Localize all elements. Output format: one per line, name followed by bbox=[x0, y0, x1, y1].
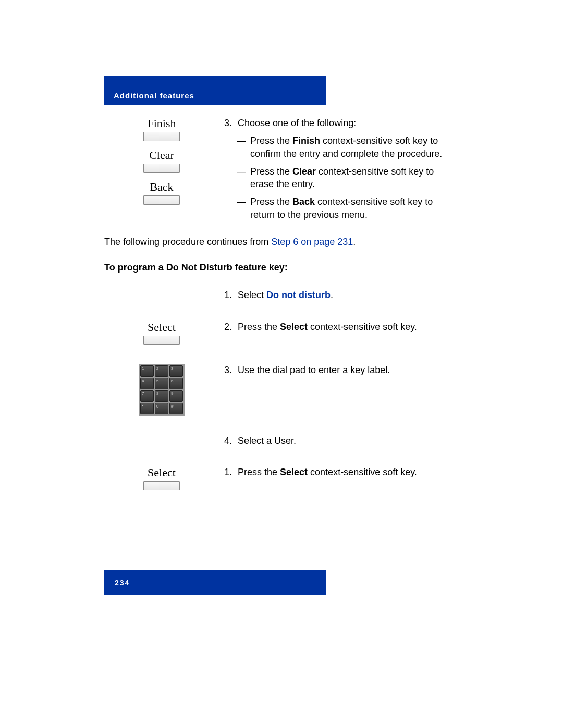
step-3-number: 3. bbox=[224, 117, 238, 129]
dialkey[interactable]: 5 bbox=[155, 378, 168, 389]
continue-paragraph: The following procedure continues from S… bbox=[104, 236, 459, 249]
step-3-text: 3. Choose one of the following: — Press … bbox=[219, 117, 459, 221]
dialkey[interactable]: * bbox=[140, 403, 154, 414]
select-label: Select bbox=[148, 320, 176, 334]
dnd-heading: To program a Do Not Disturb feature key: bbox=[104, 262, 459, 273]
dnd-step-2-text: 2. Press the Select context-sensitive so… bbox=[219, 320, 459, 333]
back-button[interactable] bbox=[143, 195, 180, 205]
option-1-text: Press the Finish context-sensitive soft … bbox=[250, 134, 459, 160]
step-6-link[interactable]: Step 6 on page 231 bbox=[271, 237, 353, 247]
footer-bar: 234 bbox=[104, 570, 326, 595]
dialkey[interactable]: 4 bbox=[140, 378, 154, 389]
dialkey[interactable]: 8 bbox=[155, 390, 168, 402]
finish-keyword: Finish bbox=[292, 135, 320, 146]
dnd-step-4: 4. Select a User. bbox=[104, 435, 459, 447]
select-keyword: Select bbox=[280, 322, 308, 332]
finish-softkey: Finish bbox=[143, 117, 180, 141]
step-3-row: Finish Clear Back 3. Choose on bbox=[104, 117, 459, 221]
option-2-text: Press the Clear context-sensitive soft k… bbox=[250, 165, 459, 191]
dnd-step-5: Select 1. Press the Select context-sensi… bbox=[104, 466, 459, 490]
step-3-intro: 3. Choose one of the following: bbox=[224, 117, 459, 129]
dnd-step-1: 1. Select Do not disturb. bbox=[104, 289, 459, 301]
clear-keyword: Clear bbox=[292, 166, 316, 177]
dialpad-icon: 1 2 3 4 5 6 7 8 9 * 0 # bbox=[139, 364, 185, 416]
dialkey[interactable]: 7 bbox=[140, 390, 154, 402]
dash-icon: — bbox=[237, 134, 250, 160]
dash-icon: — bbox=[237, 165, 250, 191]
step-number: 2. bbox=[224, 320, 238, 333]
header-title: Additional features bbox=[114, 91, 194, 100]
dialkey[interactable]: 0 bbox=[155, 403, 168, 414]
dialpad-col: 1 2 3 4 5 6 7 8 9 * 0 # bbox=[104, 364, 219, 416]
step-3-option-2: — Press the Clear context-sensitive soft… bbox=[224, 165, 459, 191]
dnd-step-1-text: 1. Select Do not disturb. bbox=[219, 289, 459, 301]
page-content: Additional features Finish Clear Back bbox=[104, 76, 459, 509]
select-button[interactable] bbox=[143, 336, 180, 345]
select-softkey-col-2: Select bbox=[104, 466, 219, 490]
dnd-step-5-text: 1. Press the Select context-sensitive so… bbox=[219, 466, 459, 478]
step-3-intro-text: Choose one of the following: bbox=[238, 117, 356, 129]
back-keyword: Back bbox=[292, 196, 315, 207]
back-softkey: Back bbox=[143, 180, 180, 205]
finish-button[interactable] bbox=[143, 132, 180, 141]
select-softkey: Select bbox=[143, 320, 180, 345]
select-keyword-2: Select bbox=[280, 467, 308, 477]
clear-softkey: Clear bbox=[143, 149, 180, 173]
clear-label: Clear bbox=[149, 149, 174, 162]
dialkey[interactable]: 9 bbox=[169, 390, 183, 402]
dialkey[interactable]: # bbox=[169, 403, 183, 414]
step-number: 4. bbox=[224, 435, 238, 447]
step-number: 1. bbox=[224, 466, 238, 478]
dnd-step-3: 1 2 3 4 5 6 7 8 9 * 0 # 3. Use the dia bbox=[104, 364, 459, 416]
dialkey[interactable]: 1 bbox=[140, 365, 154, 377]
dialkey[interactable]: 2 bbox=[155, 365, 168, 377]
dnd-step-2: Select 2. Press the Select context-sensi… bbox=[104, 320, 459, 345]
step-number: 1. bbox=[224, 289, 238, 301]
softkey-column: Finish Clear Back bbox=[104, 117, 219, 205]
step-3-option-3: — Press the Back context-sensitive soft … bbox=[224, 195, 459, 221]
select-button-2[interactable] bbox=[143, 481, 180, 490]
option-3-text: Press the Back context-sensitive soft ke… bbox=[250, 195, 459, 221]
select-label-2: Select bbox=[148, 466, 176, 479]
back-label: Back bbox=[150, 180, 173, 194]
page-number: 234 bbox=[115, 578, 130, 587]
dialkey[interactable]: 6 bbox=[169, 378, 183, 389]
step-3-option-1: — Press the Finish context-sensitive sof… bbox=[224, 134, 459, 160]
dash-icon: — bbox=[237, 195, 250, 221]
header-bar: Additional features bbox=[104, 76, 326, 105]
clear-button[interactable] bbox=[143, 164, 180, 173]
dialkey[interactable]: 3 bbox=[169, 365, 183, 377]
dnd-keyword: Do not disturb bbox=[266, 290, 331, 300]
main-content: Finish Clear Back 3. Choose on bbox=[104, 105, 459, 490]
select-softkey-2: Select bbox=[143, 466, 180, 490]
softkey-group: Finish Clear Back bbox=[143, 117, 180, 205]
select-softkey-col: Select bbox=[104, 320, 219, 345]
step-number: 3. bbox=[224, 364, 238, 376]
dnd-step-4-text: 4. Select a User. bbox=[219, 435, 459, 447]
finish-label: Finish bbox=[147, 117, 176, 130]
dnd-step-3-text: 3. Use the dial pad to enter a key label… bbox=[219, 364, 459, 376]
